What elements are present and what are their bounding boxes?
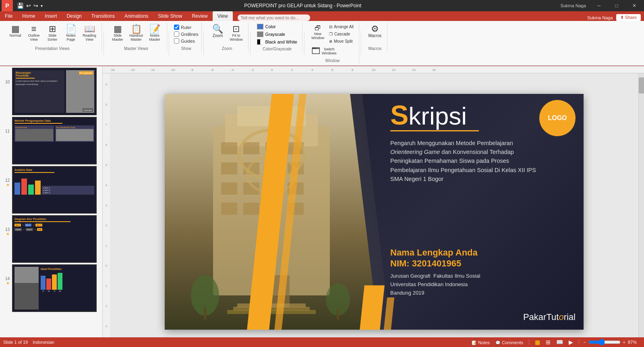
tab-animations[interactable]: Animations	[120, 11, 153, 21]
list-item[interactable]: 12 ★ Analisis Data ● Item 1● Item 2● Ite…	[2, 166, 101, 214]
switch-windows-icon: 🗔	[311, 47, 320, 56]
zoom-slider[interactable]	[588, 339, 621, 345]
cascade-button[interactable]: ❐ Cascade	[327, 31, 356, 37]
slide-thumbnail[interactable]: RancanganPenelitian Lorem ipsum text her…	[12, 68, 97, 115]
ribbon-tabs: File Home Insert Design Transitions Anim…	[0, 11, 644, 21]
list-item[interactable]: 14 ★ Hasil Penelitian	[2, 264, 101, 312]
slide-thumbnail[interactable]: Analisis Data ● Item 1● Item 2● Item 3	[12, 166, 97, 214]
slide-star: ★	[6, 183, 10, 187]
close-button[interactable]: ✕	[626, 0, 642, 11]
slide-main: LOGO Skripsi Pengaruh Menggunakan Metode…	[165, 94, 584, 330]
undo-button[interactable]: ↩	[25, 2, 32, 10]
app-icon: P	[2, 0, 13, 11]
svg-text:16: 16	[432, 68, 436, 72]
slide-thumbnail[interactable]: Hasil Penelitian 75 58	[12, 264, 97, 312]
normal-view-status-button[interactable]: ▦	[533, 338, 542, 346]
black-white-option[interactable]: Black and White	[255, 39, 298, 45]
reading-view-button[interactable]: 📖 ReadingView	[81, 23, 98, 43]
vertical-scrollbar[interactable]	[638, 73, 644, 347]
list-item[interactable]: 11 Metode Pengumpulan Data Dokumentasi T…	[2, 117, 101, 164]
zoom-level: 87%	[628, 340, 641, 345]
color-option[interactable]: Color	[255, 23, 277, 30]
macros-button[interactable]: ⚙ Macros	[366, 23, 384, 39]
guides-checkbox[interactable]: Guides	[174, 38, 195, 44]
svg-text:3: 3	[106, 204, 107, 207]
svg-text:8: 8	[352, 68, 354, 72]
arrange-all-button[interactable]: ⊟ Arrange All	[327, 23, 356, 30]
tab-file[interactable]: File	[0, 11, 17, 21]
app-bar: P 💾 ↩ ↪ ▾ POWERPOINT pro GELAP untuk Sid…	[0, 0, 644, 11]
slide-master-button[interactable]: ▦ SlideMaster	[109, 23, 126, 43]
new-window-icon: 🗗	[315, 25, 321, 32]
normal-view-button[interactable]: ▦ Normal	[6, 23, 24, 39]
tab-design[interactable]: Design	[62, 11, 86, 21]
slide-sorter-status-button[interactable]: ⊞	[544, 338, 552, 346]
slide-star: ★	[6, 281, 10, 285]
svg-text:8: 8	[106, 103, 107, 106]
slide-thumbnail[interactable]: Diagram Alur Penelitian Box 1 → Box 2 → …	[12, 215, 97, 263]
redo-button[interactable]: ↪	[33, 2, 39, 10]
handout-master-icon: 📋	[131, 25, 142, 33]
customize-button[interactable]: ▾	[40, 3, 43, 9]
new-window-button[interactable]: 🗗 NewWindow	[309, 23, 326, 45]
slide-number: 11	[2, 117, 10, 133]
group-master-views: ▦ SlideMaster 📋 HandoutMaster 📝 NotesMas…	[106, 23, 167, 52]
ruler-checkbox[interactable]: Ruler	[174, 25, 191, 30]
svg-text:3: 3	[106, 325, 107, 328]
switch-windows-button[interactable]: 🗔 SwitchWindows	[309, 46, 339, 57]
save-button[interactable]: 💾	[16, 2, 25, 10]
slide-panel[interactable]: 10 RancanganPenelitian Lorem ipsum text …	[0, 66, 103, 347]
tab-insert[interactable]: Insert	[40, 11, 62, 21]
list-item[interactable]: 10 RancanganPenelitian Lorem ipsum text …	[2, 68, 101, 115]
notes-master-button[interactable]: 📝 NotesMaster	[146, 23, 164, 43]
notes-page-button[interactable]: 📄 NotesPage	[62, 23, 80, 43]
minimize-button[interactable]: ─	[591, 0, 607, 11]
slide-thumbnail[interactable]: Metode Pengumpulan Data Dokumentasi Tes …	[12, 117, 97, 164]
svg-text:0: 0	[271, 68, 273, 72]
ruler-check[interactable]	[174, 25, 179, 30]
notes-master-icon: 📝	[149, 25, 160, 33]
svg-text:6: 6	[331, 68, 333, 72]
notes-button[interactable]: 📝 Notes	[470, 338, 491, 346]
slideshow-status-button[interactable]: ▶	[567, 338, 575, 346]
slide-master-icon: ▦	[114, 25, 122, 33]
reading-view-status-button[interactable]: 📖	[555, 338, 565, 346]
tab-view[interactable]: View	[213, 11, 233, 21]
zoom-out-button[interactable]: −	[583, 340, 586, 345]
move-split-button[interactable]: ⊕ Move Split	[327, 38, 356, 45]
svg-text:-4: -4	[231, 68, 234, 72]
outline-view-button[interactable]: ≡ OutlineView	[25, 23, 43, 43]
zoom-in-button[interactable]: +	[623, 340, 625, 345]
tell-me-input[interactable]	[238, 15, 310, 21]
gridlines-check[interactable]	[174, 31, 179, 37]
scrollbar-thumb[interactable]	[639, 77, 644, 94]
share-button[interactable]: ⬆ Share	[616, 14, 641, 21]
status-separator	[529, 339, 529, 345]
fit-to-window-button[interactable]: ⊡ Fit toWindow	[227, 23, 245, 43]
tab-transitions[interactable]: Transitions	[87, 11, 120, 21]
ribbon: File Home Insert Design Transitions Anim…	[0, 11, 644, 66]
grayscale-option[interactable]: Grayscale	[255, 31, 287, 37]
macros-label: Macros	[368, 45, 381, 51]
slide-nim: NIM: 3201401965	[390, 258, 480, 269]
slide-subtitle: Pengaruh Menggunakan Metode Pembelajaran…	[390, 139, 539, 184]
svg-text:2: 2	[291, 68, 293, 72]
restore-button[interactable]: □	[609, 0, 625, 11]
comments-button[interactable]: 💬 Comments	[494, 338, 525, 346]
svg-text:4: 4	[106, 184, 107, 187]
slide-sorter-button[interactable]: ⊞ SlideSorter	[43, 23, 61, 43]
work-area: -16 -14 -12 -10 -8 -6 -4 -2 0 2 4 6 8 10…	[103, 66, 644, 347]
svg-text:0: 0	[106, 264, 107, 267]
svg-rect-43	[221, 183, 237, 195]
guides-check[interactable]	[174, 38, 179, 44]
handout-master-button[interactable]: 📋 HandoutMaster	[127, 23, 145, 43]
gridlines-checkbox[interactable]: Gridlines	[174, 31, 198, 37]
tab-slideshow[interactable]: Slide Show	[153, 11, 187, 21]
slide-number: 13	[2, 215, 10, 232]
tab-home[interactable]: Home	[17, 11, 40, 21]
tab-review[interactable]: Review	[187, 11, 212, 21]
zoom-button[interactable]: 🔍 Zoom	[209, 23, 226, 39]
quick-access-toolbar: 💾 ↩ ↪ ▾	[14, 2, 45, 10]
user-display: Sukma Naga	[587, 15, 613, 20]
list-item[interactable]: 13 ★ Diagram Alur Penelitian Box 1 → Box…	[2, 215, 101, 263]
